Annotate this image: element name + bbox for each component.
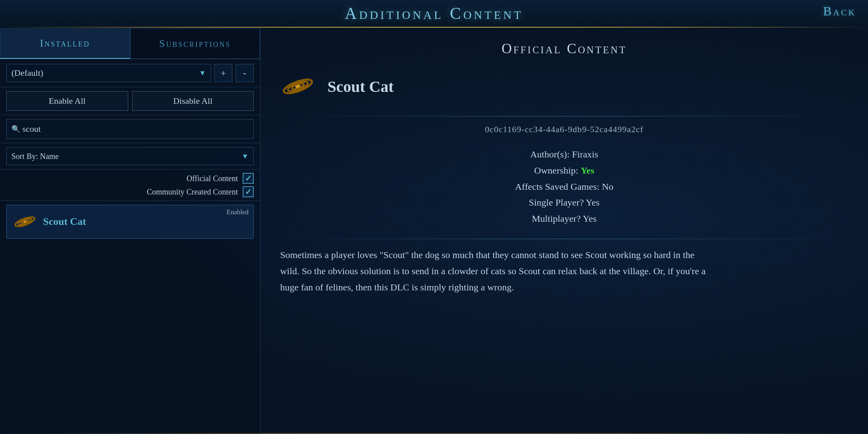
search-row: 🔍 bbox=[0, 115, 260, 143]
sortby-row: Sort By: Name ▼ bbox=[0, 143, 260, 170]
tab-bar: Installed Subscriptions bbox=[0, 28, 260, 59]
multiplayer-row: Multiplayer? Yes bbox=[280, 211, 848, 227]
ownership-row: Ownership: Yes bbox=[280, 163, 848, 179]
detail-header: Scout Cat bbox=[280, 69, 848, 104]
right-panel: Official Content Scout Cat 0c0c1169-cc34… bbox=[260, 28, 868, 434]
detail-name: Scout Cat bbox=[327, 77, 394, 96]
enabled-badge: Enabled bbox=[226, 208, 249, 216]
filter-options: Official Content Community Created Conte… bbox=[0, 170, 260, 201]
saved-games-row: Affects Saved Games: No bbox=[280, 179, 848, 195]
tab-subscriptions[interactable]: Subscriptions bbox=[130, 28, 260, 59]
preset-row: (Default) ▼ + - bbox=[0, 59, 260, 87]
detail-meta: Author(s): Firaxis Ownership: Yes Affect… bbox=[280, 146, 848, 227]
back-button[interactable]: Back bbox=[823, 4, 856, 19]
sort-chevron-icon: ▼ bbox=[241, 152, 249, 161]
detail-icon bbox=[280, 69, 316, 104]
content-list: Enabled Scout Cat bbox=[0, 201, 260, 243]
official-content-checkbox[interactable] bbox=[243, 173, 254, 184]
tab-installed[interactable]: Installed bbox=[0, 28, 130, 59]
left-panel: Installed Subscriptions (Default) ▼ + - … bbox=[0, 28, 260, 434]
add-preset-button[interactable]: + bbox=[214, 64, 232, 82]
chevron-down-icon: ▼ bbox=[199, 69, 206, 77]
list-item[interactable]: Enabled Scout Cat bbox=[6, 205, 254, 239]
filter-official: Official Content bbox=[6, 173, 254, 184]
search-container: 🔍 bbox=[6, 119, 254, 139]
action-buttons: Enable All Disable All bbox=[0, 87, 260, 115]
page-title: Additional Content bbox=[345, 4, 523, 23]
sortby-dropdown[interactable]: Sort By: Name ▼ bbox=[6, 147, 254, 165]
divider-1 bbox=[280, 116, 848, 116]
search-input[interactable] bbox=[7, 124, 253, 134]
filter-community: Community Created Content bbox=[6, 186, 254, 197]
single-player-row: Single Player? Yes bbox=[280, 195, 848, 211]
community-content-checkbox[interactable] bbox=[243, 186, 254, 197]
disable-all-button[interactable]: Disable All bbox=[132, 91, 254, 111]
authors-row: Author(s): Firaxis bbox=[280, 146, 848, 163]
divider-2 bbox=[280, 239, 848, 239]
item-icon bbox=[13, 210, 37, 234]
preset-dropdown[interactable]: (Default) ▼ bbox=[6, 64, 211, 82]
detail-section-title: Official Content bbox=[280, 40, 848, 57]
page-title-bar: Additional Content Back bbox=[0, 0, 868, 27]
detail-description: Sometimes a player loves "Scout" the dog… bbox=[280, 247, 714, 295]
item-name: Scout Cat bbox=[43, 216, 86, 228]
remove-preset-button[interactable]: - bbox=[236, 64, 254, 82]
detail-id: 0c0c1169-cc34-44a6-9db9-52ca4499a2cf bbox=[280, 124, 848, 135]
ownership-value: Yes bbox=[581, 165, 595, 176]
enable-all-button[interactable]: Enable All bbox=[6, 91, 128, 111]
top-divider bbox=[0, 27, 868, 28]
